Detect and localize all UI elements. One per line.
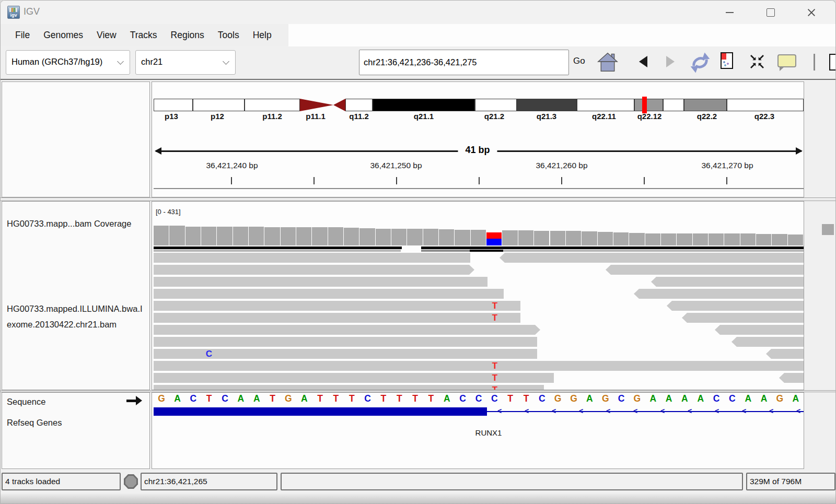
- aligned-read[interactable]: [779, 373, 804, 383]
- aligned-read[interactable]: [154, 265, 474, 275]
- coverage-bar[interactable]: [518, 230, 533, 245]
- coverage-bar-snp-red[interactable]: [486, 232, 502, 239]
- status-memory[interactable]: 329M of 796M: [746, 473, 835, 490]
- maximize-button[interactable]: [758, 1, 782, 24]
- refseq-track-label[interactable]: Refseq Genes: [7, 418, 62, 428]
- menu-item-tracks[interactable]: Tracks: [123, 24, 164, 46]
- coverage-bar[interactable]: [312, 227, 327, 245]
- coverage-bar[interactable]: [756, 234, 771, 245]
- stop-octagon-button[interactable]: [124, 474, 138, 489]
- ideogram-band-q22.11[interactable]: [577, 99, 634, 111]
- ideogram-band-q22.2[interactable]: [684, 99, 727, 111]
- coverage-bar[interactable]: [201, 227, 216, 245]
- coverage-bar[interactable]: [661, 233, 676, 245]
- coverage-bar[interactable]: [423, 229, 438, 245]
- menu-item-help[interactable]: Help: [246, 24, 278, 46]
- compressed-read[interactable]: [421, 247, 804, 249]
- coverage-bar[interactable]: [169, 226, 184, 245]
- alignment-panel[interactable]: [0 - 431] TTCTTT: [152, 201, 804, 390]
- ideogram-band-p13[interactable]: [154, 99, 193, 111]
- vertical-scrollbar-thumb[interactable]: [822, 224, 834, 235]
- coverage-bar[interactable]: [344, 228, 359, 245]
- locus-input[interactable]: [359, 50, 569, 75]
- ideogram-band-q21.2[interactable]: [475, 99, 517, 111]
- coverage-bar[interactable]: [693, 233, 708, 245]
- forward-button[interactable]: [666, 56, 675, 67]
- aligned-read[interactable]: [732, 337, 804, 347]
- coverage-bar[interactable]: [359, 228, 375, 245]
- coverage-bar[interactable]: [281, 227, 296, 245]
- aligned-read[interactable]: [500, 253, 804, 263]
- gene-name-label[interactable]: RUNX1: [475, 428, 502, 437]
- coverage-bar[interactable]: [439, 229, 454, 245]
- ideogram-band-q11.2[interactable]: [345, 99, 373, 111]
- coverage-bar[interactable]: [296, 227, 311, 245]
- coverage-bar[interactable]: [740, 233, 756, 245]
- panel-splitter[interactable]: [1, 197, 836, 201]
- ideogram-band-q22.12[interactable]: [634, 99, 663, 111]
- compressed-read[interactable]: [470, 250, 503, 252]
- coverage-bar[interactable]: [629, 233, 644, 245]
- compressed-read[interactable]: [154, 250, 401, 252]
- ideogram-band-q21.3[interactable]: [517, 99, 577, 111]
- ideogram-band-q22.3[interactable]: [727, 99, 804, 111]
- sequence-panel[interactable]: GACTCAATGATTTCTTTTACCCTTCGGAGCGAAAACCAAG…: [152, 392, 804, 469]
- coverage-bar[interactable]: [217, 227, 232, 245]
- tooltip-bubble-icon[interactable]: [777, 54, 796, 67]
- back-button[interactable]: [639, 56, 647, 67]
- chromosome-select[interactable]: chr21: [135, 50, 236, 75]
- aligned-read[interactable]: [634, 289, 804, 299]
- menu-item-genomes[interactable]: Genomes: [37, 24, 90, 46]
- aligned-read[interactable]: [154, 313, 520, 323]
- ideogram-band-p11.2[interactable]: [245, 99, 300, 111]
- coverage-bar[interactable]: [534, 231, 549, 245]
- refresh-button[interactable]: [688, 51, 712, 76]
- coverage-bar[interactable]: [724, 233, 739, 245]
- aligned-read[interactable]: [154, 325, 540, 335]
- menu-item-tools[interactable]: Tools: [211, 24, 246, 46]
- coverage-bar[interactable]: [154, 226, 169, 245]
- coverage-bar[interactable]: [249, 227, 264, 245]
- aligned-read[interactable]: [154, 301, 520, 311]
- coverage-bar[interactable]: [407, 229, 422, 245]
- coverage-bar[interactable]: [376, 229, 391, 245]
- aligned-read[interactable]: [154, 277, 487, 287]
- coverage-bar[interactable]: [566, 231, 581, 245]
- compressed-read[interactable]: [154, 247, 402, 249]
- chromosome-panel[interactable]: p13p12p11.2q11.2q21.1q21.2q21.3q22.11q22…: [152, 81, 804, 197]
- coverage-bar[interactable]: [550, 231, 565, 245]
- sequence-track-label[interactable]: Sequence: [7, 397, 45, 407]
- coverage-bar-snp-blue[interactable]: [486, 239, 502, 245]
- fit-window-button[interactable]: [749, 53, 765, 72]
- coverage-bar[interactable]: [264, 227, 280, 245]
- home-button[interactable]: [596, 51, 619, 74]
- go-button[interactable]: Go: [573, 56, 585, 66]
- coverage-bar[interactable]: [677, 233, 692, 245]
- ideogram-band-p12[interactable]: [193, 99, 245, 111]
- coverage-bar[interactable]: [788, 235, 803, 245]
- aligned-read[interactable]: [651, 277, 804, 287]
- compressed-read[interactable]: [421, 250, 470, 252]
- close-button[interactable]: [799, 1, 823, 24]
- menu-item-file[interactable]: File: [8, 24, 37, 46]
- aligned-read[interactable]: [154, 337, 537, 347]
- ideogram-band-q21.1[interactable]: [373, 99, 475, 111]
- alignment-track-label-line2[interactable]: exome.20130422.chr21.bam: [7, 320, 117, 330]
- aligned-read[interactable]: [606, 265, 804, 275]
- coverage-bar[interactable]: [391, 229, 407, 245]
- coverage-bar[interactable]: [645, 233, 660, 245]
- menu-item-view[interactable]: View: [90, 24, 123, 46]
- gene-intron-line[interactable]: [487, 411, 804, 412]
- ideogram-band[interactable]: [663, 99, 684, 111]
- coverage-bar[interactable]: [471, 230, 486, 245]
- coverage-bar[interactable]: [772, 234, 787, 245]
- minimize-button[interactable]: [717, 1, 741, 24]
- coverage-bar[interactable]: [502, 230, 517, 245]
- compressed-read[interactable]: [503, 250, 804, 252]
- aligned-read[interactable]: [154, 361, 804, 371]
- menu-item-regions[interactable]: Regions: [164, 24, 211, 46]
- snapshot-button[interactable]: [721, 52, 733, 69]
- aligned-read[interactable]: [154, 385, 544, 390]
- gene-exon[interactable]: [154, 407, 487, 416]
- aligned-read[interactable]: [154, 289, 504, 299]
